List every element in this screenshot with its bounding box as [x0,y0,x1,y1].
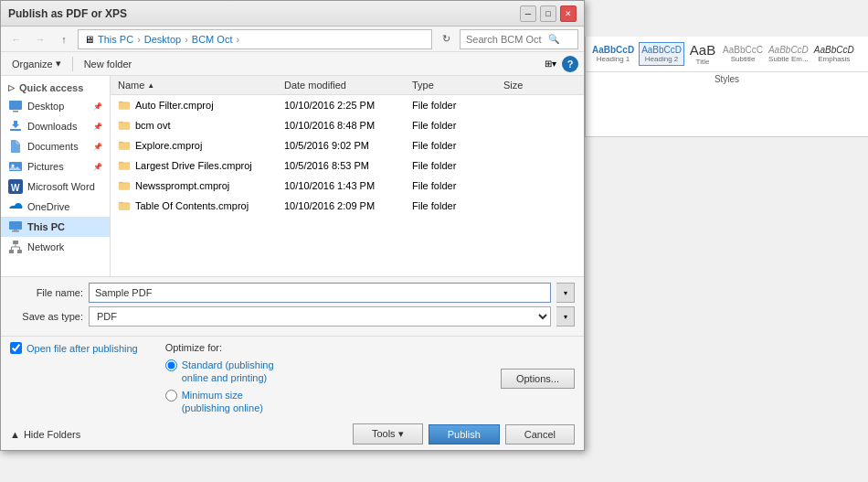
path-bar[interactable]: 🖥 This PC › Desktop › BCM Oct › [78,29,432,49]
col-date[interactable]: Date modified [284,78,412,92]
style-heading1[interactable]: AaBbCcD Heading 1 [589,42,637,66]
sidebar-item-desktop[interactable]: Desktop 📌 [1,96,110,116]
sidebar-item-network[interactable]: Network [1,237,110,257]
col-size[interactable]: Size [503,78,577,92]
new-folder-label: New folder [84,59,132,70]
close-button[interactable]: ✕ [560,5,577,22]
open-file-row: Open file after publishing [10,342,138,354]
this-pc-label: This PC [27,221,65,232]
hide-folders-icon: ▲ [10,429,20,440]
open-file-label[interactable]: Open file after publishing [26,343,138,354]
navigation-bar: ← → ↑ 🖥 This PC › Desktop › BCM Oct › ↻ … [1,27,584,52]
path-root[interactable]: This PC [98,34,133,45]
styles-label: Styles [586,71,868,86]
minimum-radio[interactable] [165,390,177,402]
style-emphasis[interactable]: AaBbCcD Emphasis [812,43,856,65]
standard-label[interactable]: Standard (publishing online and printing… [182,359,274,385]
organize-arrow: ▾ [56,58,61,70]
style-title[interactable]: AaB Title [686,40,719,68]
file-name-cell: bcm ovt [118,119,284,132]
saveas-dropdown[interactable]: ▾ [556,306,575,327]
tools-button[interactable]: Tools ▾ [353,423,423,445]
sidebar-item-this-pc[interactable]: This PC [1,217,110,237]
filename-input[interactable] [89,283,551,303]
cancel-button[interactable]: Cancel [505,424,575,445]
standard-radio-row: Standard (publishing online and printing… [165,359,274,385]
file-row[interactable]: Newssprompt.cmproj 10/10/2016 1:43 PM Fi… [111,176,584,196]
refresh-button[interactable]: ↻ [436,29,456,49]
svg-rect-7 [9,221,22,230]
options-button[interactable]: Options... [501,369,575,389]
documents-icon [8,139,23,154]
sidebar-item-documents[interactable]: Documents 📌 [1,136,110,156]
footer: ▲ Hide Folders Tools ▾ Publish Cancel [1,418,584,450]
svg-rect-10 [13,241,18,244]
style-subtitle[interactable]: AaBbCcC Subtitle [721,43,765,65]
col-name[interactable]: Name ▲ [118,78,284,92]
saveas-label: Save as type: [10,311,83,322]
optimize-section: Optimize for: Standard (publishing onlin… [165,342,274,414]
path-desktop[interactable]: Desktop [144,34,181,45]
desktop-label: Desktop [27,101,64,112]
open-file-checkbox[interactable] [10,342,22,354]
search-box[interactable]: 🔍 [460,29,578,49]
folder-icon [118,139,131,152]
file-row[interactable]: Largest Drive Files.cmproj 10/5/2016 8:5… [111,155,584,176]
pictures-icon [8,159,23,174]
file-row[interactable]: Explore.cmproj 10/5/2016 9:02 PM File fo… [111,135,584,155]
file-row[interactable]: Table Of Contents.cmproj 10/10/2016 2:09… [111,196,584,216]
folder-icon [118,119,131,132]
sidebar-item-pictures[interactable]: Pictures 📌 [1,156,110,177]
filename-row: File name: ▾ [10,283,575,303]
sidebar-item-downloads[interactable]: Downloads 📌 [1,116,110,136]
svg-rect-8 [12,230,19,232]
onedrive-icon [8,199,23,214]
svg-rect-2 [10,129,21,131]
path-bcm-oct[interactable]: BCM Oct [192,34,233,45]
downloads-icon [8,119,23,134]
word-label: Microsoft Word [27,181,95,192]
styles-panel: AaBbCcD Heading 1 AaBbCcD Heading 2 AaB … [585,37,868,137]
file-row[interactable]: Auto Filter.cmproj 10/10/2016 2:25 PM Fi… [111,95,584,115]
onedrive-label: OneDrive [27,201,69,212]
minimize-button[interactable]: ─ [520,5,536,22]
file-toolbar: Organize ▾ New folder ⊞▾ ? [1,52,584,76]
file-name-cell: Newssprompt.cmproj [118,179,284,192]
maximize-button[interactable]: □ [540,5,556,22]
svg-rect-1 [13,111,18,112]
help-button[interactable]: ? [562,56,578,72]
folder-icon [118,99,131,112]
organize-button[interactable]: Organize ▾ [6,56,67,71]
views-button[interactable]: ⊞▾ [541,57,560,70]
col-type[interactable]: Type [412,78,503,92]
tools-section: Tools ▾ [353,423,423,445]
network-label: Network [27,241,64,252]
file-row[interactable]: bcm ovt 10/10/2016 8:48 PM File folder [111,115,584,135]
svg-rect-12 [17,250,22,253]
documents-label: Documents [27,141,79,152]
forward-button[interactable]: → [30,29,50,49]
new-folder-button[interactable]: New folder [79,57,138,71]
sidebar-item-onedrive[interactable]: OneDrive [1,197,110,217]
up-button[interactable]: ↑ [54,29,74,49]
style-heading2[interactable]: AaBbCcD Heading 2 [639,42,684,66]
minimum-label[interactable]: Minimum size (publishing online) [182,389,263,415]
style-subtle-em[interactable]: AaBbCcD Subtle Em... [767,43,810,65]
titlebar: Publish as PDF or XPS ─ □ ✕ [1,1,584,27]
svg-rect-9 [14,230,17,230]
saveas-select[interactable]: PDF XPS Document [89,306,551,327]
search-input[interactable] [466,34,548,45]
publish-button[interactable]: Publish [429,424,500,445]
form-area: File name: ▾ Save as type: PDF XPS Docum… [1,277,584,337]
saveas-row: Save as type: PDF XPS Document ▾ [10,306,575,327]
filename-label: File name: [10,287,83,298]
filename-dropdown[interactable]: ▾ [556,283,575,303]
toolbar-separator [72,57,73,71]
standard-radio[interactable] [165,359,177,371]
content-area: ▷ Quick access Desktop 📌 Downloads 📌 Doc… [1,76,584,277]
sidebar-item-word[interactable]: W Microsoft Word [1,177,110,197]
network-icon [8,240,23,254]
sidebar-item-quick-access[interactable]: ▷ Quick access [1,80,110,96]
hide-folders-button[interactable]: ▲ Hide Folders [10,429,80,440]
back-button[interactable]: ← [6,29,26,49]
